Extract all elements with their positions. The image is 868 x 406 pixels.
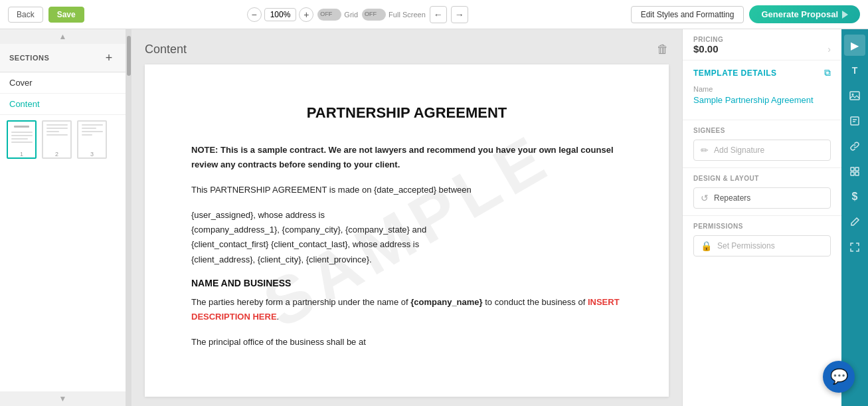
design-layout-section: DESIGN & LAYOUT ↺ Repeaters — [683, 168, 841, 216]
sections-header: SECTIONS + — [0, 44, 126, 72]
fullscreen-toggle[interactable]: OFF Full Screen — [362, 9, 426, 21]
page-thumb-2[interactable]: 2 — [42, 120, 72, 159]
doc-intro: This PARTNERSHIP AGREEMENT is made on {d… — [191, 183, 622, 197]
image-panel-icon[interactable] — [844, 85, 865, 106]
grid-toggle-switch[interactable]: OFF — [317, 9, 341, 21]
link-panel-icon[interactable] — [844, 136, 865, 157]
signature-icon: ✏ — [701, 145, 709, 155]
toolbar-right: Edit Styles and Formatting Generate Prop… — [631, 5, 860, 23]
doc-party: {user_assigned}, whose address is {compa… — [191, 208, 622, 266]
page-thumb-1[interactable]: 1 — [7, 120, 37, 159]
set-permissions-button[interactable]: 🔒 Set Permissions — [693, 235, 831, 256]
content-area: Content 🗑 SAMPLE PARTNERSHIP AGREEMENT N… — [131, 29, 682, 406]
svg-rect-7 — [851, 172, 854, 175]
cover-label: Cover — [9, 78, 33, 88]
pen-panel-icon[interactable] — [844, 211, 865, 233]
content-label: Content — [9, 99, 40, 109]
add-signature-label: Add Signature — [714, 146, 764, 155]
sidebar-scroll-down[interactable]: ▼ — [0, 391, 126, 406]
doc-business-text: The parties hereby form a partnership un… — [191, 295, 622, 324]
permissions-section: PERMISSIONS 🔒 Set Permissions — [683, 216, 841, 263]
doc-section-heading: NAME AND BUSINESS — [191, 278, 622, 288]
page-num-3: 3 — [90, 151, 94, 157]
svg-rect-5 — [851, 167, 854, 171]
doc-note-text: NOTE: This is a sample contract. We are … — [191, 145, 614, 169]
pricing-row: $0.00 › — [693, 43, 831, 54]
external-link-icon[interactable]: ⧉ — [824, 67, 831, 78]
content-header-bar: Content 🗑 — [145, 43, 669, 56]
repeaters-button[interactable]: ↺ Repeaters — [693, 187, 831, 209]
page-thumb-3[interactable]: 3 — [77, 120, 107, 159]
svg-rect-0 — [850, 92, 859, 100]
svg-rect-8 — [855, 172, 859, 175]
pricing-value: $0.00 — [693, 43, 719, 54]
form-panel-icon[interactable] — [844, 110, 865, 132]
right-sidebar: PRICING $0.00 › TEMPLATE DETAILS ⧉ Name … — [682, 29, 868, 406]
pricing-expand-icon[interactable]: › — [827, 44, 831, 54]
delete-icon[interactable]: 🗑 — [657, 43, 669, 56]
right-icon-bar: ▶ T $ — [841, 29, 868, 406]
generate-proposal-button[interactable]: Generate Proposal — [749, 5, 860, 23]
prev-arrow-button[interactable]: ← — [430, 6, 447, 23]
zoom-plus-button[interactable]: + — [299, 7, 313, 22]
document-page: SAMPLE PARTNERSHIP AGREEMENT NOTE: This … — [145, 64, 669, 397]
lock-icon: 🔒 — [701, 241, 712, 251]
sidebar-item-cover[interactable]: Cover — [0, 72, 126, 94]
fullscreen-label: Full Screen — [389, 11, 426, 19]
center-scrollbar[interactable] — [126, 29, 131, 406]
doc-note: NOTE: This is a sample contract. We are … — [191, 143, 622, 172]
svg-rect-2 — [851, 117, 859, 125]
doc-heading: PARTNERSHIP AGREEMENT — [191, 104, 622, 122]
permissions-label: PERMISSIONS — [693, 223, 831, 230]
repeaters-icon: ↺ — [701, 193, 709, 203]
add-signature-button[interactable]: ✏ Add Signature — [693, 140, 831, 161]
content-area-title: Content — [145, 43, 187, 56]
svg-point-1 — [852, 94, 854, 96]
fullscreen-toggle-switch[interactable]: OFF — [362, 9, 386, 21]
pricing-section: PRICING $0.00 › — [683, 29, 841, 60]
doc-principal-text: The principal office of the business sha… — [191, 335, 622, 350]
page-num-1: 1 — [20, 151, 23, 157]
grid-toggle[interactable]: OFF Grid — [317, 9, 358, 21]
signees-section: SIGNEES ✏ Add Signature — [683, 120, 841, 168]
document-content: PARTNERSHIP AGREEMENT NOTE: This is a sa… — [191, 104, 622, 350]
sidebar-sections-list: Cover Content 1 — [0, 72, 126, 391]
template-details-title: TEMPLATE DETAILS — [693, 68, 777, 78]
toolbar-center: − 100% + OFF Grid OFF Full Screen ← → — [247, 6, 468, 23]
section-pages-list: 1 2 — [0, 115, 126, 164]
sidebar-item-content[interactable]: Content — [0, 94, 126, 115]
zoom-control: − 100% + — [247, 7, 314, 22]
main-toolbar: Back Save − 100% + OFF Grid OFF Full Scr… — [0, 0, 868, 29]
page-num-2: 2 — [55, 151, 58, 157]
next-arrow-button[interactable]: → — [451, 6, 468, 23]
pricing-label: PRICING — [693, 36, 831, 43]
chat-icon: 💬 — [830, 368, 848, 385]
name-field-value[interactable]: Sample Partnership Agreement — [693, 94, 831, 106]
main-layout: ▲ SECTIONS + Cover Content — [0, 29, 868, 406]
template-details-header: TEMPLATE DETAILS ⧉ — [693, 67, 831, 78]
repeaters-label: Repeaters — [714, 193, 750, 203]
sections-title: SECTIONS — [9, 54, 49, 62]
name-field-label: Name — [693, 85, 831, 93]
grid-panel-icon[interactable] — [844, 161, 865, 182]
signees-label: SIGNEES — [693, 127, 831, 134]
arrow-panel-icon[interactable]: ▶ — [844, 35, 865, 56]
left-sidebar: ▲ SECTIONS + Cover Content — [0, 29, 126, 406]
edit-styles-button[interactable]: Edit Styles and Formatting — [631, 6, 744, 23]
generate-arrow-icon — [842, 11, 848, 19]
zoom-value-display[interactable]: 100% — [264, 8, 297, 21]
doc-cta-link[interactable]: INSERT DESCRIPTION HERE — [191, 297, 620, 322]
chat-button[interactable]: 💬 — [823, 361, 855, 393]
back-button[interactable]: Back — [8, 7, 43, 23]
set-permissions-label: Set Permissions — [717, 241, 775, 251]
save-button[interactable]: Save — [48, 7, 84, 23]
dollar-panel-icon[interactable]: $ — [844, 186, 865, 207]
text-panel-icon[interactable]: T — [844, 60, 865, 81]
expand-panel-icon[interactable] — [844, 237, 865, 258]
zoom-minus-button[interactable]: − — [247, 7, 262, 22]
right-sidebar-panels: PRICING $0.00 › TEMPLATE DETAILS ⧉ Name … — [683, 29, 841, 406]
add-section-button[interactable]: + — [102, 51, 116, 65]
template-details-section: TEMPLATE DETAILS ⧉ Name Sample Partnersh… — [683, 60, 841, 120]
grid-label: Grid — [344, 11, 358, 19]
sidebar-scroll-up[interactable]: ▲ — [0, 29, 126, 44]
